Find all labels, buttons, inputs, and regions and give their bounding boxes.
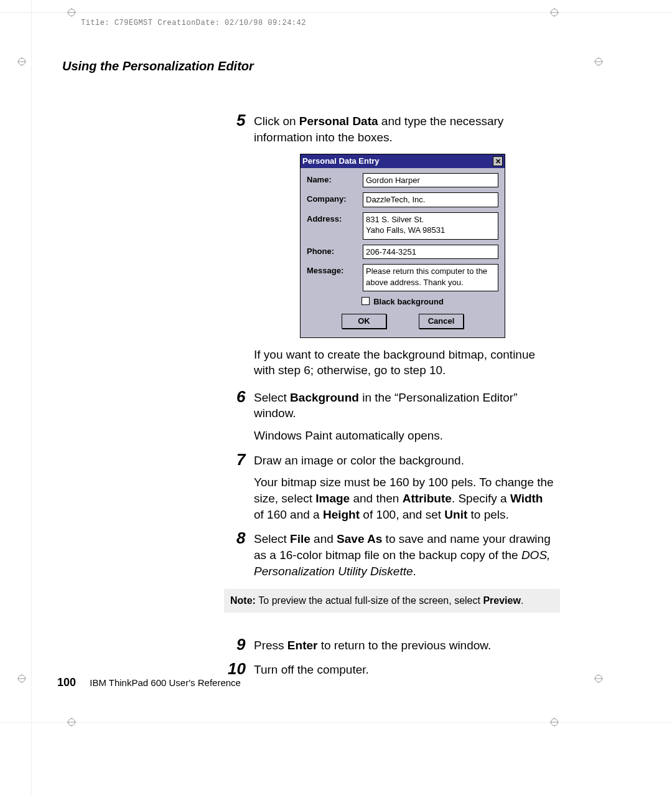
page-meta-header: Title: C79EGMST CreationDate: 02/10/98 0… [81, 19, 306, 27]
cancel-button[interactable]: Cancel [419, 314, 464, 329]
step-7: 7 Draw an image or color the background.… [236, 453, 554, 523]
message-input[interactable]: Please return this computer to the above… [363, 264, 498, 291]
company-input[interactable]: DazzleTech, Inc. [363, 192, 498, 207]
ok-button[interactable]: OK [342, 314, 386, 329]
address-input[interactable]: 831 S. Silver St. Yaho Falls, WA 98531 [363, 212, 498, 240]
phone-label: Phone: [307, 245, 363, 257]
dialog-title: Personal Data Entry [302, 156, 380, 167]
step-number: 9 [236, 634, 245, 656]
footer-text: IBM ThinkPad 600 User's Reference [90, 677, 241, 688]
step-10: 10 Turn off the computer. [236, 662, 554, 678]
dialog-titlebar: Personal Data Entry ✕ [301, 154, 505, 168]
name-label: Name: [307, 173, 363, 186]
company-label: Company: [307, 192, 363, 205]
step-6-sub: Windows Paint automatically opens. [254, 428, 554, 444]
phone-input[interactable]: 206-744-3251 [363, 245, 498, 260]
personal-data-entry-dialog: Personal Data Entry ✕ Name: Gordon Harpe… [300, 154, 505, 337]
step-number: 6 [236, 386, 245, 408]
close-icon[interactable]: ✕ [493, 156, 503, 166]
black-background-checkbox[interactable] [362, 297, 370, 305]
step-6: 6 Select Background in the “Personalizat… [236, 390, 554, 444]
message-label: Message: [307, 264, 363, 276]
after-dialog-text: If you want to create the background bit… [254, 347, 554, 379]
black-background-label: Black background [373, 297, 444, 306]
page-footer: 100 IBM ThinkPad 600 User's Reference [57, 676, 241, 689]
step-5: 5 Click on Personal Data and type the ne… [236, 113, 554, 145]
step-number: 5 [236, 110, 245, 131]
step-9: 9 Press Enter to return to the previous … [236, 637, 554, 654]
page-number: 100 [57, 676, 76, 689]
step-number: 7 [236, 449, 245, 471]
section-heading: Using the Personalization Editor [62, 59, 254, 73]
main-content: 5 Click on Personal Data and type the ne… [236, 113, 554, 687]
step-number: 8 [236, 527, 245, 549]
name-input[interactable]: Gordon Harper [363, 173, 498, 188]
crop-mark-icon [17, 674, 26, 683]
step-8: 8 Select File and Save As to save and na… [236, 531, 554, 579]
address-label: Address: [307, 212, 363, 225]
crop-mark-icon [594, 57, 603, 66]
crop-mark-icon [594, 674, 603, 683]
note-box: Note: To preview the actual full-size of… [224, 589, 560, 613]
crop-mark-icon [17, 57, 26, 66]
